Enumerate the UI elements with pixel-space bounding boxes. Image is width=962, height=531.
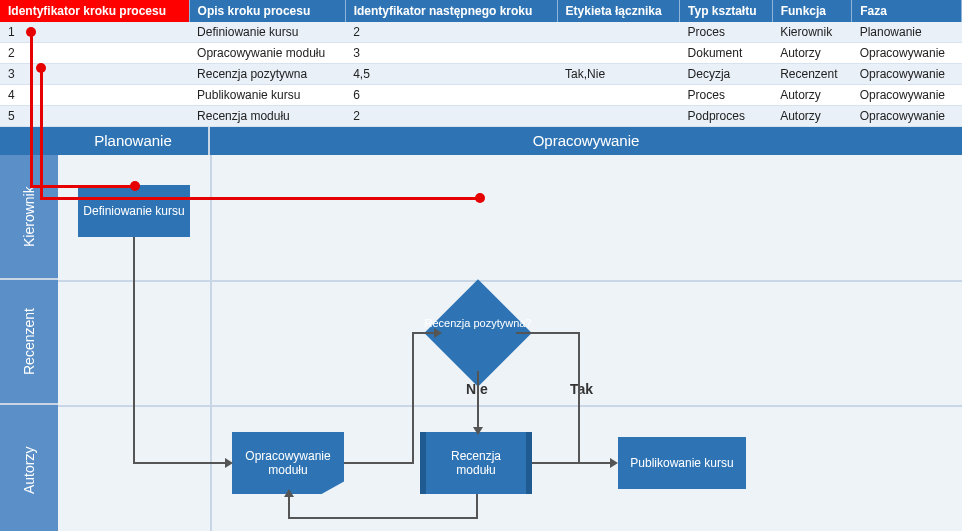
table-row: 2 Opracowywanie modułu 3 Dokument Autorz… xyxy=(0,43,962,64)
connector xyxy=(578,332,580,462)
cell-phase: Opracowywanie xyxy=(852,85,962,106)
cell-func: Autorzy xyxy=(772,43,851,64)
table-row: 5 Recenzja modułu 2 Podproces Autorzy Op… xyxy=(0,106,962,127)
connector xyxy=(412,333,414,464)
lane-recenzent: Recenzent xyxy=(0,280,58,405)
cell-id: 2 xyxy=(0,43,189,64)
cell-shape: Decyzja xyxy=(680,64,773,85)
col-conn: Etykieta łącznika xyxy=(557,0,679,22)
cell-conn xyxy=(557,106,679,127)
cell-phase: Opracowywanie xyxy=(852,106,962,127)
col-id: Identyfikator kroku procesu xyxy=(0,0,189,22)
cell-func: Recenzent xyxy=(772,64,851,85)
cell-conn xyxy=(557,22,679,43)
cell-next: 3 xyxy=(345,43,557,64)
cell-desc: Recenzja pozytywna xyxy=(189,64,345,85)
callout-dot xyxy=(475,193,485,203)
arrowhead-icon xyxy=(284,489,294,497)
shape-develop-module[interactable]: Opracowywanie modułu xyxy=(232,432,344,494)
callout-dot xyxy=(26,27,36,37)
flow-label-yes: Tak xyxy=(570,381,593,397)
cell-func: Kierownik xyxy=(772,22,851,43)
cell-desc: Publikowanie kursu xyxy=(189,85,345,106)
cell-func: Autorzy xyxy=(772,85,851,106)
col-func: Funkcja xyxy=(772,0,851,22)
connector xyxy=(516,332,580,334)
shape-review-module[interactable]: Recenzja modułu xyxy=(420,432,532,494)
table-header: Identyfikator kroku procesu Opis kroku p… xyxy=(0,0,962,22)
cell-func: Autorzy xyxy=(772,106,851,127)
cell-phase: Opracowywanie xyxy=(852,43,962,64)
arrowhead-icon xyxy=(434,328,442,338)
connector xyxy=(476,494,478,517)
cell-shape: Proces xyxy=(680,22,773,43)
cell-shape: Podproces xyxy=(680,106,773,127)
connector xyxy=(133,462,225,464)
arrowhead-icon xyxy=(225,458,233,468)
cell-phase: Planowanie xyxy=(852,22,962,43)
flow-diagram: Planowanie Opracowywanie Kierownik Recen… xyxy=(0,127,962,531)
table-row: 4 Publikowanie kursu 6 Proces Autorzy Op… xyxy=(0,85,962,106)
cell-id: 4 xyxy=(0,85,189,106)
lane-autorzy: Autorzy xyxy=(0,405,58,531)
lane-separator xyxy=(58,280,962,282)
callout-dot xyxy=(36,63,46,73)
cell-conn xyxy=(557,85,679,106)
cell-conn xyxy=(557,43,679,64)
cell-id: 5 xyxy=(0,106,189,127)
col-desc: Opis kroku procesu xyxy=(189,0,345,22)
cell-shape: Proces xyxy=(680,85,773,106)
col-next: Identyfikator następnego kroku xyxy=(345,0,557,22)
cell-next: 6 xyxy=(345,85,557,106)
callout-line xyxy=(30,31,33,186)
phase-header-dev: Opracowywanie xyxy=(210,127,962,155)
connector xyxy=(477,371,479,431)
cell-desc: Recenzja modułu xyxy=(189,106,345,127)
cell-next: 4,5 xyxy=(345,64,557,85)
connector xyxy=(412,332,436,334)
connector xyxy=(532,462,612,464)
cell-desc: Definiowanie kursu xyxy=(189,22,345,43)
cell-desc: Opracowywanie modułu xyxy=(189,43,345,64)
connector xyxy=(344,462,414,464)
phase-separator xyxy=(210,155,212,531)
cell-id: 3 xyxy=(0,64,189,85)
connector xyxy=(133,237,135,462)
col-phase: Faza xyxy=(852,0,962,22)
cell-phase: Opracowywanie xyxy=(852,64,962,85)
lane-separator xyxy=(58,405,962,407)
phase-header-plan: Planowanie xyxy=(58,127,210,155)
process-table: Identyfikator kroku procesu Opis kroku p… xyxy=(0,0,962,127)
cell-next: 2 xyxy=(345,106,557,127)
shape-publish-course[interactable]: Publikowanie kursu xyxy=(618,437,746,489)
callout-line xyxy=(40,197,480,200)
callout-line xyxy=(40,67,43,197)
shape-define-course[interactable]: Definiowanie kursu xyxy=(78,185,190,237)
cell-shape: Dokument xyxy=(680,43,773,64)
cell-next: 2 xyxy=(345,22,557,43)
table-row: 3 Recenzja pozytywna 4,5 Tak,Nie Decyzja… xyxy=(0,64,962,85)
corner-cell xyxy=(0,127,58,155)
table-row: 1 Definiowanie kursu 2 Proces Kierownik … xyxy=(0,22,962,43)
arrowhead-icon xyxy=(473,427,483,435)
col-shape: Typ kształtu xyxy=(680,0,773,22)
cell-conn: Tak,Nie xyxy=(557,64,679,85)
connector xyxy=(288,497,290,519)
lane-kierownik: Kierownik xyxy=(0,155,58,280)
callout-line xyxy=(30,185,135,188)
connector xyxy=(288,517,478,519)
